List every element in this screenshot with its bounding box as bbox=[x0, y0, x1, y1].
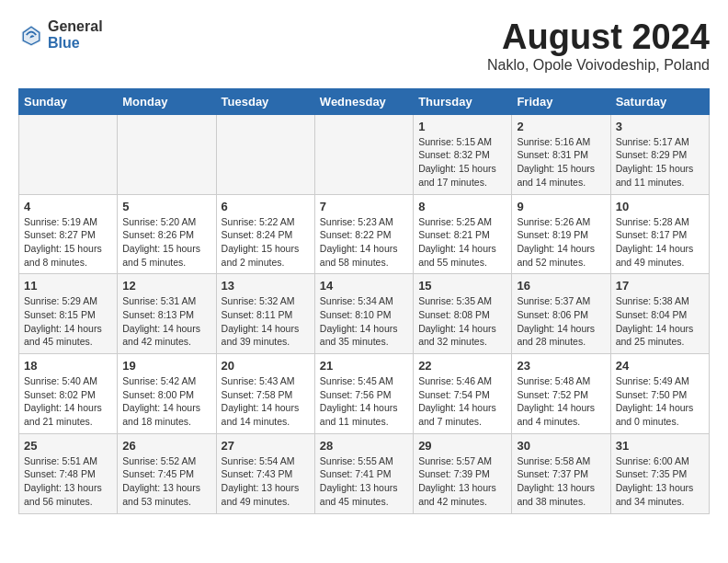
day-number: 24 bbox=[616, 359, 704, 373]
day-info: Sunrise: 5:19 AM Sunset: 8:27 PM Dayligh… bbox=[24, 215, 112, 270]
day-cell: 9Sunrise: 5:26 AM Sunset: 8:19 PM Daylig… bbox=[512, 194, 610, 274]
day-info: Sunrise: 5:28 AM Sunset: 8:17 PM Dayligh… bbox=[616, 215, 704, 270]
day-number: 20 bbox=[222, 359, 310, 373]
day-cell: 25Sunrise: 5:51 AM Sunset: 7:48 PM Dayli… bbox=[19, 433, 118, 513]
day-info: Sunrise: 5:46 AM Sunset: 7:54 PM Dayligh… bbox=[418, 374, 506, 429]
weekday-header-monday: Monday bbox=[118, 88, 216, 114]
day-number: 16 bbox=[517, 279, 605, 293]
day-cell: 27Sunrise: 5:54 AM Sunset: 7:43 PM Dayli… bbox=[216, 433, 314, 513]
day-info: Sunrise: 5:16 AM Sunset: 8:31 PM Dayligh… bbox=[517, 135, 605, 190]
calendar-table: SundayMondayTuesdayWednesdayThursdayFrid… bbox=[18, 88, 710, 514]
day-number: 17 bbox=[616, 279, 704, 293]
day-cell: 2Sunrise: 5:16 AM Sunset: 8:31 PM Daylig… bbox=[512, 114, 610, 194]
day-info: Sunrise: 6:00 AM Sunset: 7:35 PM Dayligh… bbox=[616, 454, 704, 509]
day-info: Sunrise: 5:17 AM Sunset: 8:29 PM Dayligh… bbox=[616, 135, 704, 190]
day-cell bbox=[19, 114, 118, 194]
day-cell: 28Sunrise: 5:55 AM Sunset: 7:41 PM Dayli… bbox=[314, 433, 413, 513]
day-cell: 14Sunrise: 5:34 AM Sunset: 8:10 PM Dayli… bbox=[314, 274, 413, 354]
day-info: Sunrise: 5:49 AM Sunset: 7:50 PM Dayligh… bbox=[616, 374, 704, 429]
location-title: Naklo, Opole Voivodeship, Poland bbox=[487, 57, 710, 74]
logo-icon bbox=[18, 22, 44, 48]
day-info: Sunrise: 5:26 AM Sunset: 8:19 PM Dayligh… bbox=[517, 215, 605, 270]
day-cell: 29Sunrise: 5:57 AM Sunset: 7:39 PM Dayli… bbox=[414, 433, 512, 513]
week-row-2: 4Sunrise: 5:19 AM Sunset: 8:27 PM Daylig… bbox=[19, 194, 710, 274]
day-number: 1 bbox=[418, 120, 506, 133]
day-number: 2 bbox=[517, 120, 605, 133]
day-cell: 17Sunrise: 5:38 AM Sunset: 8:04 PM Dayli… bbox=[610, 274, 709, 354]
weekday-header-saturday: Saturday bbox=[610, 88, 709, 114]
day-number: 10 bbox=[616, 200, 704, 213]
day-number: 26 bbox=[122, 439, 210, 453]
day-cell: 3Sunrise: 5:17 AM Sunset: 8:29 PM Daylig… bbox=[610, 114, 709, 194]
day-cell: 10Sunrise: 5:28 AM Sunset: 8:17 PM Dayli… bbox=[610, 194, 709, 274]
header: General Blue August 2024 Naklo, Opole Vo… bbox=[18, 18, 710, 74]
day-cell: 30Sunrise: 5:58 AM Sunset: 7:37 PM Dayli… bbox=[512, 433, 610, 513]
day-info: Sunrise: 5:51 AM Sunset: 7:48 PM Dayligh… bbox=[24, 454, 112, 509]
logo-text: General Blue bbox=[48, 18, 103, 51]
day-info: Sunrise: 5:45 AM Sunset: 7:56 PM Dayligh… bbox=[320, 374, 408, 429]
day-info: Sunrise: 5:40 AM Sunset: 8:02 PM Dayligh… bbox=[24, 374, 112, 429]
day-number: 14 bbox=[320, 279, 408, 293]
day-number: 12 bbox=[122, 279, 210, 293]
day-info: Sunrise: 5:38 AM Sunset: 8:04 PM Dayligh… bbox=[616, 294, 704, 349]
day-cell: 4Sunrise: 5:19 AM Sunset: 8:27 PM Daylig… bbox=[19, 194, 118, 274]
day-info: Sunrise: 5:15 AM Sunset: 8:32 PM Dayligh… bbox=[418, 135, 506, 190]
day-cell: 31Sunrise: 6:00 AM Sunset: 7:35 PM Dayli… bbox=[610, 433, 709, 513]
day-cell: 26Sunrise: 5:52 AM Sunset: 7:45 PM Dayli… bbox=[118, 433, 216, 513]
day-info: Sunrise: 5:42 AM Sunset: 8:00 PM Dayligh… bbox=[122, 374, 210, 429]
day-cell: 6Sunrise: 5:22 AM Sunset: 8:24 PM Daylig… bbox=[216, 194, 314, 274]
day-info: Sunrise: 5:55 AM Sunset: 7:41 PM Dayligh… bbox=[320, 454, 408, 509]
day-info: Sunrise: 5:58 AM Sunset: 7:37 PM Dayligh… bbox=[517, 454, 605, 509]
day-cell: 22Sunrise: 5:46 AM Sunset: 7:54 PM Dayli… bbox=[414, 354, 512, 434]
day-number: 11 bbox=[24, 279, 112, 293]
day-number: 25 bbox=[24, 439, 112, 453]
logo: General Blue bbox=[18, 18, 103, 51]
day-info: Sunrise: 5:57 AM Sunset: 7:39 PM Dayligh… bbox=[418, 454, 506, 509]
day-info: Sunrise: 5:43 AM Sunset: 7:58 PM Dayligh… bbox=[222, 374, 310, 429]
day-cell: 13Sunrise: 5:32 AM Sunset: 8:11 PM Dayli… bbox=[216, 274, 314, 354]
day-cell: 12Sunrise: 5:31 AM Sunset: 8:13 PM Dayli… bbox=[118, 274, 216, 354]
day-cell: 16Sunrise: 5:37 AM Sunset: 8:06 PM Dayli… bbox=[512, 274, 610, 354]
day-cell: 21Sunrise: 5:45 AM Sunset: 7:56 PM Dayli… bbox=[314, 354, 413, 434]
month-title: August 2024 bbox=[487, 18, 710, 57]
day-cell: 1Sunrise: 5:15 AM Sunset: 8:32 PM Daylig… bbox=[414, 114, 512, 194]
day-cell: 7Sunrise: 5:23 AM Sunset: 8:22 PM Daylig… bbox=[314, 194, 413, 274]
day-info: Sunrise: 5:23 AM Sunset: 8:22 PM Dayligh… bbox=[320, 215, 408, 270]
weekday-header-friday: Friday bbox=[512, 88, 610, 114]
week-row-1: 1Sunrise: 5:15 AM Sunset: 8:32 PM Daylig… bbox=[19, 114, 710, 194]
day-info: Sunrise: 5:25 AM Sunset: 8:21 PM Dayligh… bbox=[418, 215, 506, 270]
day-cell bbox=[118, 114, 216, 194]
day-info: Sunrise: 5:37 AM Sunset: 8:06 PM Dayligh… bbox=[517, 294, 605, 349]
week-row-3: 11Sunrise: 5:29 AM Sunset: 8:15 PM Dayli… bbox=[19, 274, 710, 354]
day-info: Sunrise: 5:35 AM Sunset: 8:08 PM Dayligh… bbox=[418, 294, 506, 349]
day-cell: 20Sunrise: 5:43 AM Sunset: 7:58 PM Dayli… bbox=[216, 354, 314, 434]
logo-general-text: General bbox=[48, 18, 103, 35]
day-info: Sunrise: 5:52 AM Sunset: 7:45 PM Dayligh… bbox=[122, 454, 210, 509]
day-number: 18 bbox=[24, 359, 112, 373]
day-cell bbox=[314, 114, 413, 194]
day-info: Sunrise: 5:48 AM Sunset: 7:52 PM Dayligh… bbox=[517, 374, 605, 429]
day-cell: 23Sunrise: 5:48 AM Sunset: 7:52 PM Dayli… bbox=[512, 354, 610, 434]
day-cell: 5Sunrise: 5:20 AM Sunset: 8:26 PM Daylig… bbox=[118, 194, 216, 274]
day-cell: 24Sunrise: 5:49 AM Sunset: 7:50 PM Dayli… bbox=[610, 354, 709, 434]
logo-blue-text: Blue bbox=[48, 35, 103, 52]
day-number: 23 bbox=[517, 359, 605, 373]
day-cell bbox=[216, 114, 314, 194]
day-info: Sunrise: 5:22 AM Sunset: 8:24 PM Dayligh… bbox=[222, 215, 310, 270]
day-number: 22 bbox=[418, 359, 506, 373]
day-number: 9 bbox=[517, 200, 605, 213]
day-number: 29 bbox=[418, 439, 506, 453]
day-cell: 8Sunrise: 5:25 AM Sunset: 8:21 PM Daylig… bbox=[414, 194, 512, 274]
day-number: 4 bbox=[24, 200, 112, 213]
weekday-header-tuesday: Tuesday bbox=[216, 88, 314, 114]
day-number: 3 bbox=[616, 120, 704, 133]
day-number: 13 bbox=[222, 279, 310, 293]
day-cell: 18Sunrise: 5:40 AM Sunset: 8:02 PM Dayli… bbox=[19, 354, 118, 434]
day-number: 30 bbox=[517, 439, 605, 453]
week-row-4: 18Sunrise: 5:40 AM Sunset: 8:02 PM Dayli… bbox=[19, 354, 710, 434]
day-info: Sunrise: 5:29 AM Sunset: 8:15 PM Dayligh… bbox=[24, 294, 112, 349]
day-info: Sunrise: 5:31 AM Sunset: 8:13 PM Dayligh… bbox=[122, 294, 210, 349]
day-info: Sunrise: 5:20 AM Sunset: 8:26 PM Dayligh… bbox=[122, 215, 210, 270]
day-number: 31 bbox=[616, 439, 704, 453]
day-info: Sunrise: 5:32 AM Sunset: 8:11 PM Dayligh… bbox=[222, 294, 310, 349]
